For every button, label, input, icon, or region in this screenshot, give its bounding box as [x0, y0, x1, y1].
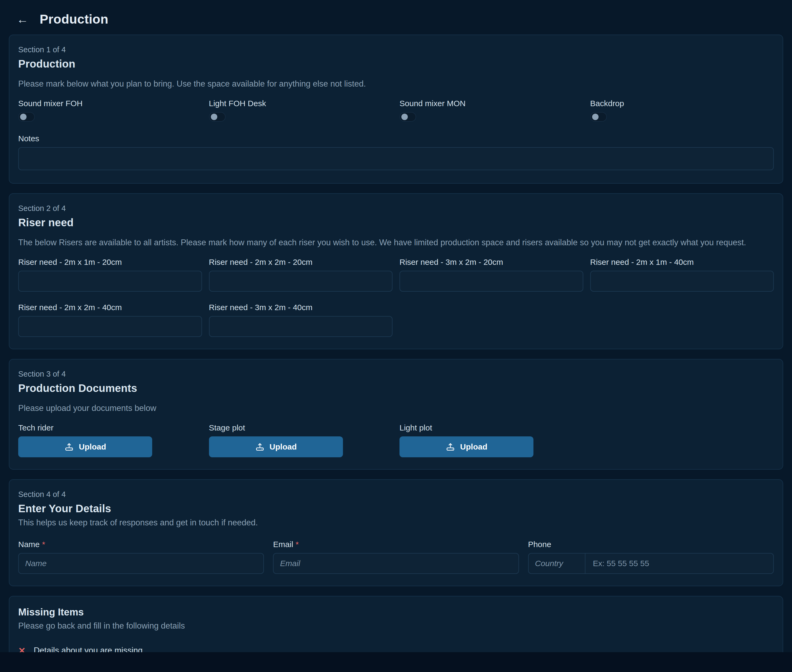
toggle-label: Sound mixer FOH	[18, 99, 202, 108]
riser-field: Riser need - 3m x 2m - 40cm	[209, 303, 393, 337]
riser-label: Riser need - 3m x 2m - 40cm	[209, 303, 393, 312]
app-header: ← Production	[0, 0, 792, 35]
phone-label: Phone	[528, 540, 774, 549]
upload-field-tech-rider: Tech rider Upload	[18, 423, 202, 457]
toggle-light-foh-desk[interactable]	[209, 112, 225, 122]
upload-label: Stage plot	[209, 423, 393, 432]
riser-field: Riser need - 2m x 2m - 20cm	[209, 258, 393, 292]
name-label-text: Name	[18, 540, 40, 549]
upload-button-stage-plot[interactable]: Upload	[209, 437, 343, 457]
phone-field: Phone	[528, 540, 774, 574]
phone-label-text: Phone	[528, 540, 551, 549]
upload-button-label: Upload	[270, 442, 297, 451]
toggle-field-backdrop: Backdrop	[590, 99, 774, 122]
riser-label: Riser need - 2m x 1m - 20cm	[18, 258, 202, 267]
section-title: Production Documents	[18, 382, 774, 394]
riser-grid: Riser need - 2m x 1m - 20cm Riser need -…	[18, 258, 774, 337]
toggle-knob	[401, 114, 408, 120]
details-grid: Name * Email * Phone	[18, 540, 774, 574]
riser-field: Riser need - 3m x 2m - 20cm	[399, 258, 583, 292]
upload-button-tech-rider[interactable]: Upload	[18, 437, 152, 457]
email-input[interactable]	[273, 553, 519, 574]
section-progress-label: Section 1 of 4	[18, 45, 774, 54]
riser-field: Riser need - 2m x 1m - 40cm	[590, 258, 774, 292]
required-asterisk: *	[42, 540, 45, 549]
toggle-label: Sound mixer MON	[399, 99, 583, 108]
riser-input-2x1-40[interactable]	[590, 271, 774, 292]
riser-input-3x2-20[interactable]	[399, 271, 583, 292]
email-field: Email *	[273, 540, 519, 574]
phone-input-group	[528, 553, 774, 574]
toggle-grid: Sound mixer FOH Light FOH Desk Sound mix…	[18, 99, 774, 122]
toggle-label: Backdrop	[590, 99, 774, 108]
name-input[interactable]	[18, 553, 264, 574]
upload-icon	[64, 442, 74, 452]
upload-button-label: Upload	[79, 442, 106, 451]
riser-input-2x2-40[interactable]	[18, 316, 202, 337]
section-progress-label: Section 2 of 4	[18, 204, 774, 213]
section-title: Enter Your Details	[18, 502, 774, 515]
section-description: This helps us keep track of responses an…	[18, 518, 774, 528]
notes-label: Notes	[18, 134, 774, 143]
toggle-sound-mixer-mon[interactable]	[399, 112, 416, 122]
back-button[interactable]: ←	[17, 13, 29, 25]
riser-label: Riser need - 2m x 2m - 20cm	[209, 258, 393, 267]
section-card-riser-need: Section 2 of 4 Riser need The below Rise…	[9, 193, 783, 349]
upload-field-stage-plot: Stage plot Upload	[209, 423, 393, 457]
phone-number-input[interactable]	[585, 554, 773, 573]
missing-items-title: Missing Items	[18, 606, 774, 618]
upload-label: Tech rider	[18, 423, 202, 432]
email-label-text: Email	[273, 540, 293, 549]
toggle-field-sound-mixer-foh: Sound mixer FOH	[18, 99, 202, 122]
section-card-production-documents: Section 3 of 4 Production Documents Plea…	[9, 359, 783, 470]
toggle-label: Light FOH Desk	[209, 99, 393, 108]
required-asterisk: *	[295, 540, 299, 549]
notes-textarea[interactable]	[18, 147, 774, 170]
upload-field-light-plot: Light plot Upload	[399, 423, 583, 457]
section-description: Please mark below what you plan to bring…	[18, 79, 774, 89]
toggle-knob	[592, 114, 599, 120]
riser-input-2x2-20[interactable]	[209, 271, 393, 292]
bottom-strip	[0, 652, 792, 672]
section-description: Please upload your documents below	[18, 403, 774, 413]
section-progress-label: Section 3 of 4	[18, 370, 774, 379]
toggle-field-sound-mixer-mon: Sound mixer MON	[399, 99, 583, 122]
toggle-field-light-foh-desk: Light FOH Desk	[209, 99, 393, 122]
toggle-knob	[20, 114, 27, 120]
email-label: Email *	[273, 540, 519, 549]
riser-field: Riser need - 2m x 2m - 40cm	[18, 303, 202, 337]
name-field: Name *	[18, 540, 264, 574]
upload-button-light-plot[interactable]: Upload	[399, 437, 533, 457]
name-label: Name *	[18, 540, 264, 549]
toggle-sound-mixer-foh[interactable]	[18, 112, 35, 122]
missing-items-description: Please go back and fill in the following…	[18, 621, 774, 631]
toggle-knob	[211, 114, 217, 120]
phone-country-input[interactable]	[529, 554, 585, 573]
page-title: Production	[40, 12, 108, 27]
upload-button-label: Upload	[460, 442, 487, 451]
upload-label: Light plot	[399, 423, 583, 432]
uploads-grid: Tech rider Upload Stage plot Upload Ligh…	[18, 423, 774, 457]
section-title: Riser need	[18, 217, 774, 229]
riser-label: Riser need - 2m x 2m - 40cm	[18, 303, 202, 312]
riser-label: Riser need - 3m x 2m - 20cm	[399, 258, 583, 267]
toggle-backdrop[interactable]	[590, 112, 607, 122]
section-card-production: Section 1 of 4 Production Please mark be…	[9, 35, 783, 184]
riser-input-3x2-40[interactable]	[209, 316, 393, 337]
section-description: The below Risers are available to all ar…	[18, 238, 774, 247]
section-title: Production	[18, 58, 774, 70]
upload-icon	[446, 442, 455, 452]
arrow-left-icon: ←	[17, 13, 29, 26]
section-progress-label: Section 4 of 4	[18, 490, 774, 499]
riser-input-2x1-20[interactable]	[18, 271, 202, 292]
upload-icon	[255, 442, 265, 452]
section-card-enter-your-details: Section 4 of 4 Enter Your Details This h…	[9, 479, 783, 586]
notes-field: Notes	[18, 134, 774, 171]
riser-label: Riser need - 2m x 1m - 40cm	[590, 258, 774, 267]
riser-field: Riser need - 2m x 1m - 20cm	[18, 258, 202, 292]
